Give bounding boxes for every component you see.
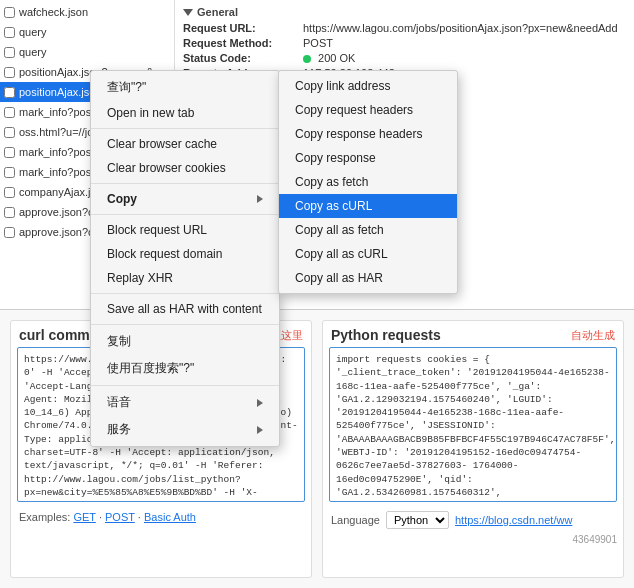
copy-submenu: Copy link address Copy request headers C… (278, 70, 458, 294)
file-checkbox[interactable] (4, 7, 15, 18)
request-url-row: Request URL: https://www.lagou.com/jobs/… (183, 22, 626, 34)
menu-item-clear-cookies[interactable]: Clear browser cookies (91, 156, 279, 180)
menu-divider (91, 293, 279, 294)
status-code-row: Status Code: 200 OK (183, 52, 626, 64)
submenu-copy-response[interactable]: Copy response (279, 146, 457, 170)
python-panel-title: Python requests 自动生成 (323, 321, 623, 347)
menu-item-clear-cache[interactable]: Clear browser cache (91, 132, 279, 156)
menu-divider (91, 324, 279, 325)
request-method-row: Request Method: POST (183, 37, 626, 49)
menu-divider (91, 128, 279, 129)
submenu-copy-all-fetch[interactable]: Copy all as fetch (279, 218, 457, 242)
submenu-chevron-icon (257, 195, 263, 203)
file-checkbox[interactable] (4, 87, 15, 98)
submenu-copy-request-headers[interactable]: Copy request headers (279, 98, 457, 122)
file-checkbox[interactable] (4, 187, 15, 198)
menu-item-open-tab[interactable]: Open in new tab (91, 101, 279, 125)
file-item[interactable]: query (0, 42, 174, 62)
status-green-icon (303, 55, 311, 63)
example-post-link[interactable]: POST (105, 511, 135, 523)
triangle-icon (183, 9, 193, 16)
menu-item-voice[interactable]: 语音 (91, 389, 279, 416)
menu-item-query[interactable]: 查询"?" (91, 74, 279, 101)
file-checkbox[interactable] (4, 227, 15, 238)
example-basic-auth-link[interactable]: Basic Auth (144, 511, 196, 523)
example-get-link[interactable]: GET (73, 511, 95, 523)
examples-row: Examples: GET · POST · Basic Auth (11, 508, 311, 526)
menu-item-block-domain[interactable]: Block request domain (91, 242, 279, 266)
menu-divider (91, 183, 279, 184)
submenu-copy-link[interactable]: Copy link address (279, 74, 457, 98)
menu-item-baidu-search[interactable]: 使用百度搜索"?" (91, 355, 279, 382)
menu-divider (91, 214, 279, 215)
menu-item-copy[interactable]: Copy (91, 187, 279, 211)
file-checkbox[interactable] (4, 167, 15, 178)
file-checkbox[interactable] (4, 147, 15, 158)
menu-item-replay-xhr[interactable]: Replay XHR (91, 266, 279, 290)
python-panel: Python requests 自动生成 import requests coo… (322, 320, 624, 578)
menu-item-copy-cn[interactable]: 复制 (91, 328, 279, 355)
file-item[interactable]: wafcheck.json (0, 2, 174, 22)
file-item[interactable]: query (0, 22, 174, 42)
submenu-chevron-icon (257, 399, 263, 407)
language-select[interactable]: Python (386, 511, 449, 529)
submenu-copy-as-fetch[interactable]: Copy as fetch (279, 170, 457, 194)
general-section-title: General (183, 6, 626, 18)
python-code-area[interactable]: import requests cookies = { '_client_tra… (329, 347, 617, 502)
file-checkbox[interactable] (4, 207, 15, 218)
menu-divider (91, 385, 279, 386)
language-row: Language Python https://blog.csdn.net/ww (323, 508, 623, 532)
file-checkbox[interactable] (4, 107, 15, 118)
file-checkbox[interactable] (4, 47, 15, 58)
submenu-copy-as-curl[interactable]: Copy as cURL (279, 194, 457, 218)
submenu-copy-all-har[interactable]: Copy all as HAR (279, 266, 457, 290)
file-checkbox[interactable] (4, 127, 15, 138)
menu-item-save-har[interactable]: Save all as HAR with content (91, 297, 279, 321)
menu-item-services[interactable]: 服务 (91, 416, 279, 443)
file-checkbox[interactable] (4, 67, 15, 78)
file-checkbox[interactable] (4, 27, 15, 38)
submenu-chevron-icon (257, 426, 263, 434)
submenu-copy-response-headers[interactable]: Copy response headers (279, 122, 457, 146)
menu-item-block-url[interactable]: Block request URL (91, 218, 279, 242)
submenu-copy-all-curl[interactable]: Copy all as cURL (279, 242, 457, 266)
context-menu: 查询"?" Open in new tab Clear browser cach… (90, 70, 280, 447)
watermark: 43649901 (323, 532, 623, 547)
blog-link[interactable]: https://blog.csdn.net/ww (455, 514, 572, 526)
